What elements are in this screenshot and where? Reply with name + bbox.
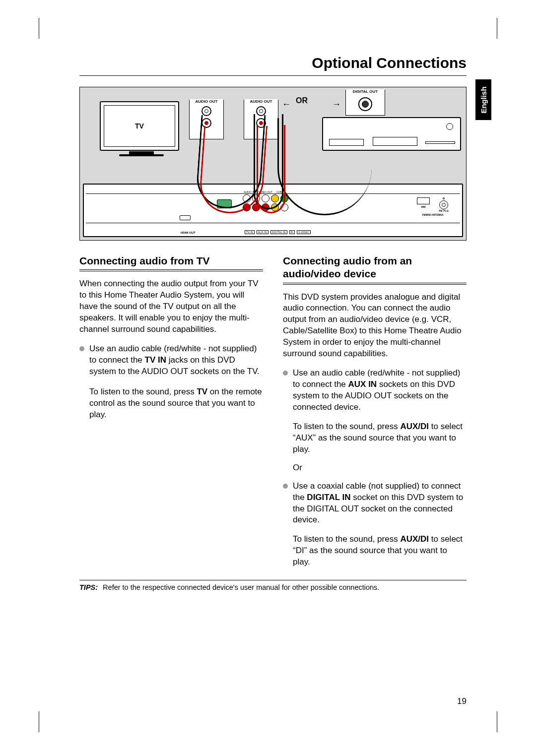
- arrow-left-icon: ←: [282, 99, 291, 110]
- list-item: Use a coaxial cable (not supplied) to co…: [283, 481, 467, 526]
- page-number: 19: [457, 696, 467, 706]
- bullet-icon: [79, 346, 84, 351]
- right-column: Connecting audio from an audio/video dev…: [283, 254, 467, 575]
- bullet-icon: [283, 484, 288, 489]
- pr-label: Pr: [289, 230, 295, 234]
- paragraph: To listen to the sound, press TV on the …: [89, 386, 263, 421]
- page-title: Optional Connections: [79, 55, 467, 76]
- arrow-right-icon: →: [332, 99, 341, 110]
- digital-out-label: DIGITAL OUT: [346, 89, 385, 94]
- tips-text: Refer to the respective connected device…: [103, 583, 379, 591]
- fm-label: FM 75 Ω: [439, 209, 449, 212]
- tips-footer: TIPS: Refer to the respective connected …: [79, 580, 467, 591]
- tv-in-label: TV-IN: [245, 230, 255, 234]
- paragraph: This DVD system provides analogue and di…: [283, 292, 467, 360]
- section-heading-av: Connecting audio from an audio/video dev…: [283, 254, 467, 281]
- paragraph: When connecting the audio output from yo…: [79, 278, 263, 335]
- section-heading-tv: Connecting audio from TV: [79, 254, 263, 267]
- antenna-label: FM/MW ANTENNA: [410, 213, 455, 216]
- aux-in-label: AUX-IN: [257, 230, 268, 234]
- language-tab: English: [475, 79, 491, 120]
- digital-in-label: DIGITAL-IN: [270, 230, 287, 234]
- bullet-icon: [283, 371, 288, 376]
- list-item: Use an audio cable (red/white - not supp…: [283, 368, 467, 413]
- mw-label: MW: [417, 205, 430, 208]
- paragraph: To listen to the sound, press AUX/DI to …: [293, 534, 467, 568]
- tv-label: TV: [104, 105, 175, 147]
- hdmi-out-label: HDMI OUT: [181, 231, 196, 234]
- paragraph: To listen to the sound, press AUX/DI to …: [293, 421, 467, 455]
- audio-out-label: AUDIO OUT: [190, 99, 223, 104]
- language-label: English: [479, 86, 488, 113]
- left-column: Connecting audio from TV When connecting…: [79, 254, 263, 575]
- digital-out-panel: DIGITAL OUT: [345, 90, 385, 116]
- s-video-label: S-VIDEO: [297, 230, 311, 234]
- tv-icon: TV: [100, 101, 183, 161]
- connection-diagram: TV AUDIO OUT AUDIO OUT DIGITAL OUT ← OR …: [79, 87, 467, 241]
- audio-out-label-2: AUDIO OUT: [244, 99, 278, 104]
- tips-label: TIPS:: [79, 583, 98, 591]
- content-columns: Connecting audio from TV When connecting…: [79, 254, 467, 575]
- or-label: OR: [296, 96, 308, 105]
- or-text: Or: [293, 462, 467, 474]
- list-item: Use an audio cable (red/white - not supp…: [79, 343, 263, 378]
